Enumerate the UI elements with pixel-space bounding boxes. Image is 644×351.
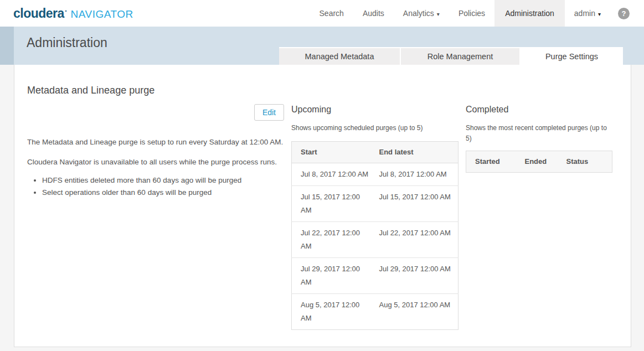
cell-start: Jul 22, 2017 12:00 AM bbox=[301, 226, 370, 253]
section-title: Metadata and Lineage purge bbox=[27, 85, 631, 96]
nav-item-analytics[interactable]: Analytics ▾ bbox=[394, 0, 449, 27]
cell-start: Jul 8, 2017 12:00 AM bbox=[301, 168, 370, 181]
purge-schedule-text: The Metadata and Lineage purge is setup … bbox=[27, 136, 284, 148]
column-header-ended: Ended bbox=[516, 151, 558, 173]
nav-item-administration[interactable]: Administration bbox=[494, 0, 565, 27]
tab-bar: Managed Metadata Role Management Purge S… bbox=[279, 47, 623, 65]
completed-subtitle: Shows the most recent completed purges (… bbox=[466, 123, 612, 144]
cloudera-navigator-logo[interactable]: cloudera· NAVIGATOR bbox=[0, 6, 133, 21]
cell-end-latest: Aug 5, 2017 12:00 AM bbox=[379, 298, 451, 312]
cell-start: Jul 29, 2017 12:00 AM bbox=[301, 262, 370, 289]
tab-managed-metadata[interactable]: Managed Metadata bbox=[279, 48, 400, 65]
page-title: Administration bbox=[27, 35, 107, 50]
tab-purge-settings[interactable]: Purge Settings bbox=[521, 47, 623, 65]
table-row: Aug 5, 2017 12:00 AM Aug 5, 2017 12:00 A… bbox=[292, 294, 458, 330]
header-edge-strip bbox=[0, 27, 14, 65]
topbar: cloudera· NAVIGATOR Search Audits Analyt… bbox=[0, 0, 644, 27]
table-row: Jul 22, 2017 12:00 AM Jul 22, 2017 12:00… bbox=[292, 222, 458, 258]
cell-end-latest: Jul 22, 2017 12:00 AM bbox=[379, 226, 451, 240]
nav-item-policies[interactable]: Policies bbox=[449, 0, 494, 27]
cell-end-latest: Jul 29, 2017 12:00 AM bbox=[379, 262, 451, 276]
nav-item-search[interactable]: Search bbox=[310, 0, 353, 27]
nav-item-label: Administration bbox=[505, 9, 554, 18]
nav-item-label: admin bbox=[574, 9, 595, 18]
trademark-icon: · bbox=[65, 7, 68, 16]
page-header: Administration Managed Metadata Role Man… bbox=[0, 27, 644, 65]
purge-availability-text: Cloudera Navigator is unavailable to all… bbox=[27, 156, 284, 168]
column-header-end-latest: End latest bbox=[370, 142, 458, 163]
product-text: NAVIGATOR bbox=[71, 8, 133, 20]
nav-item-admin-user-menu[interactable]: admin ▾ bbox=[565, 0, 610, 27]
column-header-start: Start bbox=[292, 142, 370, 163]
list-item: HDFS entities deleted more than 60 days … bbox=[42, 174, 284, 187]
completed-title: Completed bbox=[466, 105, 612, 115]
nav-item-label: Policies bbox=[458, 9, 485, 18]
completed-table: Started Ended Status bbox=[466, 151, 612, 173]
top-navigation: Search Audits Analytics ▾ Policies Admin… bbox=[310, 0, 644, 27]
cell-start: Jul 15, 2017 12:00 AM bbox=[301, 190, 370, 217]
cell-start: Aug 5, 2017 12:00 AM bbox=[301, 298, 370, 325]
list-item: Select operations older than 60 days wil… bbox=[42, 187, 284, 199]
upcoming-section: Upcoming Shows upcoming scheduled purges… bbox=[291, 104, 458, 330]
cell-end-latest: Jul 8, 2017 12:00 AM bbox=[379, 168, 451, 181]
nav-item-label: Search bbox=[320, 9, 344, 18]
purge-rules-list: HDFS entities deleted more than 60 days … bbox=[27, 174, 284, 199]
nav-item-audits[interactable]: Audits bbox=[353, 0, 394, 27]
cell-end-latest: Jul 15, 2017 12:00 AM bbox=[379, 190, 451, 204]
completed-section: Completed Shows the most recent complete… bbox=[466, 104, 612, 330]
upcoming-subtitle: Shows upcoming scheduled purges (up to 5… bbox=[291, 123, 458, 133]
content-columns: Edit The Metadata and Lineage purge is s… bbox=[27, 104, 631, 330]
table-row: Jul 29, 2017 12:00 AM Jul 29, 2017 12:00… bbox=[292, 258, 458, 294]
upcoming-title: Upcoming bbox=[291, 105, 458, 115]
purge-description-column: Edit The Metadata and Lineage purge is s… bbox=[27, 104, 284, 330]
column-header-status: Status bbox=[558, 151, 612, 173]
nav-item-label: Audits bbox=[363, 9, 384, 18]
help-icon[interactable]: ? bbox=[618, 8, 630, 19]
brand-text: cloudera bbox=[13, 6, 64, 21]
tab-role-management[interactable]: Role Management bbox=[401, 48, 519, 65]
table-header-row: Started Ended Status bbox=[466, 151, 612, 173]
caret-down-icon: ▾ bbox=[598, 11, 601, 17]
upcoming-table: Start End latest Jul 8, 2017 12:00 AM Ju… bbox=[291, 141, 458, 330]
column-header-started: Started bbox=[466, 151, 516, 173]
table-row: Jul 8, 2017 12:00 AM Jul 8, 2017 12:00 A… bbox=[292, 163, 458, 186]
nav-item-label: Analytics bbox=[403, 9, 434, 18]
table-header-row: Start End latest bbox=[292, 142, 458, 163]
table-row: Jul 15, 2017 12:00 AM Jul 15, 2017 12:00… bbox=[292, 186, 458, 222]
caret-down-icon: ▾ bbox=[437, 11, 440, 17]
edit-button[interactable]: Edit bbox=[254, 104, 284, 121]
content-panel: Metadata and Lineage purge Edit The Meta… bbox=[14, 65, 631, 347]
